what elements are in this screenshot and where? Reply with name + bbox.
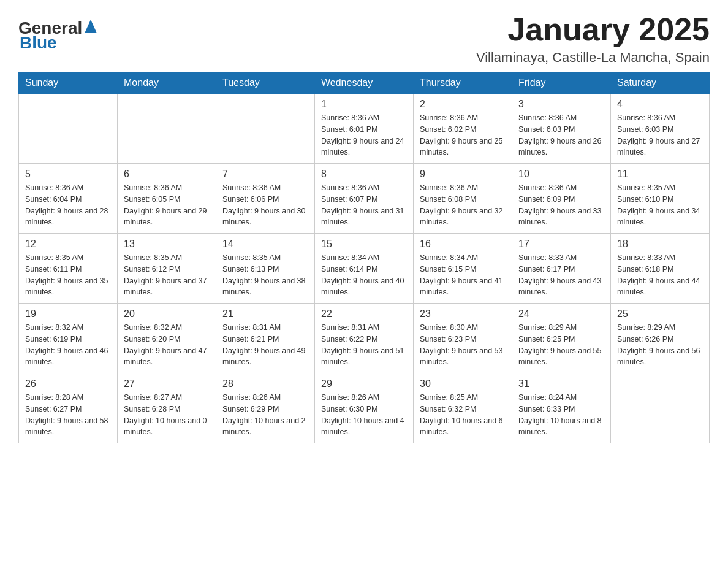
calendar-cell: 31Sunrise: 8:24 AMSunset: 6:33 PMDayligh…: [512, 373, 611, 443]
day-info: Sunrise: 8:35 AMSunset: 6:12 PMDaylight:…: [124, 252, 210, 298]
day-number: 22: [321, 308, 407, 320]
logo-blue-text: Blue: [20, 33, 57, 53]
title-area: January 2025 Villaminaya, Castille-La Ma…: [476, 12, 710, 66]
day-info: Sunrise: 8:29 AMSunset: 6:26 PMDaylight:…: [617, 322, 703, 368]
day-of-week-header: Monday: [118, 72, 216, 94]
calendar-cell: 20Sunrise: 8:32 AMSunset: 6:20 PMDayligh…: [118, 304, 216, 373]
logo-triangle-icon: [85, 20, 97, 36]
calendar-cell: 12Sunrise: 8:35 AMSunset: 6:11 PMDayligh…: [19, 234, 118, 304]
day-info: Sunrise: 8:30 AMSunset: 6:23 PMDaylight:…: [420, 322, 506, 368]
day-number: 9: [420, 169, 506, 180]
day-number: 11: [617, 169, 703, 180]
day-number: 6: [124, 169, 210, 180]
logo: General Blue: [18, 18, 97, 53]
calendar-cell: 30Sunrise: 8:25 AMSunset: 6:32 PMDayligh…: [414, 373, 512, 443]
day-number: 17: [518, 239, 604, 250]
month-title: January 2025: [476, 12, 710, 47]
day-info: Sunrise: 8:34 AMSunset: 6:14 PMDaylight:…: [321, 252, 407, 298]
calendar-cell: 21Sunrise: 8:31 AMSunset: 6:21 PMDayligh…: [216, 304, 315, 373]
day-info: Sunrise: 8:28 AMSunset: 6:27 PMDaylight:…: [25, 392, 111, 438]
day-of-week-header: Saturday: [611, 72, 710, 94]
calendar-week-row: 26Sunrise: 8:28 AMSunset: 6:27 PMDayligh…: [19, 373, 710, 443]
day-number: 31: [518, 378, 604, 389]
day-of-week-header: Tuesday: [216, 72, 315, 94]
day-number: 12: [25, 239, 111, 250]
day-number: 16: [420, 239, 506, 250]
calendar-cell: [611, 373, 710, 443]
day-info: Sunrise: 8:36 AMSunset: 6:04 PMDaylight:…: [25, 182, 111, 228]
calendar-cell: 18Sunrise: 8:33 AMSunset: 6:18 PMDayligh…: [611, 234, 710, 304]
calendar-cell: 5Sunrise: 8:36 AMSunset: 6:04 PMDaylight…: [19, 164, 118, 234]
day-info: Sunrise: 8:35 AMSunset: 6:13 PMDaylight:…: [222, 252, 308, 298]
days-of-week-row: SundayMondayTuesdayWednesdayThursdayFrid…: [19, 72, 710, 94]
calendar-cell: 6Sunrise: 8:36 AMSunset: 6:05 PMDaylight…: [118, 164, 216, 234]
day-number: 15: [321, 239, 407, 250]
calendar-cell: 27Sunrise: 8:27 AMSunset: 6:28 PMDayligh…: [118, 373, 216, 443]
day-info: Sunrise: 8:36 AMSunset: 6:01 PMDaylight:…: [321, 112, 407, 158]
day-number: 21: [222, 308, 308, 320]
day-info: Sunrise: 8:36 AMSunset: 6:05 PMDaylight:…: [124, 182, 210, 228]
day-info: Sunrise: 8:31 AMSunset: 6:22 PMDaylight:…: [321, 322, 407, 368]
day-number: 5: [25, 169, 111, 180]
day-info: Sunrise: 8:36 AMSunset: 6:02 PMDaylight:…: [420, 112, 506, 158]
calendar-week-row: 12Sunrise: 8:35 AMSunset: 6:11 PMDayligh…: [19, 234, 710, 304]
day-info: Sunrise: 8:25 AMSunset: 6:32 PMDaylight:…: [420, 392, 506, 438]
day-of-week-header: Wednesday: [315, 72, 414, 94]
calendar-cell: 4Sunrise: 8:36 AMSunset: 6:03 PMDaylight…: [611, 94, 710, 164]
day-info: Sunrise: 8:36 AMSunset: 6:03 PMDaylight:…: [617, 112, 703, 158]
day-info: Sunrise: 8:34 AMSunset: 6:15 PMDaylight:…: [420, 252, 506, 298]
calendar-table: SundayMondayTuesdayWednesdayThursdayFrid…: [18, 72, 710, 443]
day-number: 27: [124, 378, 210, 389]
calendar-cell: 15Sunrise: 8:34 AMSunset: 6:14 PMDayligh…: [315, 234, 414, 304]
day-info: Sunrise: 8:26 AMSunset: 6:29 PMDaylight:…: [222, 392, 308, 438]
day-number: 26: [25, 378, 111, 389]
calendar-cell: 7Sunrise: 8:36 AMSunset: 6:06 PMDaylight…: [216, 164, 315, 234]
day-info: Sunrise: 8:27 AMSunset: 6:28 PMDaylight:…: [124, 392, 210, 438]
day-number: 30: [420, 378, 506, 389]
location-title: Villaminaya, Castille-La Mancha, Spain: [476, 50, 710, 66]
day-info: Sunrise: 8:36 AMSunset: 6:06 PMDaylight:…: [222, 182, 308, 228]
calendar-cell: 26Sunrise: 8:28 AMSunset: 6:27 PMDayligh…: [19, 373, 118, 443]
day-number: 25: [617, 308, 703, 320]
day-number: 20: [124, 308, 210, 320]
day-number: 1: [321, 99, 407, 110]
day-number: 2: [420, 99, 506, 110]
day-info: Sunrise: 8:33 AMSunset: 6:17 PMDaylight:…: [518, 252, 604, 298]
day-info: Sunrise: 8:36 AMSunset: 6:07 PMDaylight:…: [321, 182, 407, 228]
day-number: 3: [518, 99, 604, 110]
calendar-cell: [118, 94, 216, 164]
day-number: 19: [25, 308, 111, 320]
day-info: Sunrise: 8:32 AMSunset: 6:20 PMDaylight:…: [124, 322, 210, 368]
day-number: 23: [420, 308, 506, 320]
calendar-cell: 9Sunrise: 8:36 AMSunset: 6:08 PMDaylight…: [414, 164, 512, 234]
day-of-week-header: Thursday: [414, 72, 512, 94]
calendar-cell: 3Sunrise: 8:36 AMSunset: 6:03 PMDaylight…: [512, 94, 611, 164]
calendar-cell: [216, 94, 315, 164]
header: General Blue January 2025 Villaminaya, C…: [18, 12, 710, 66]
calendar-cell: 19Sunrise: 8:32 AMSunset: 6:19 PMDayligh…: [19, 304, 118, 373]
day-info: Sunrise: 8:36 AMSunset: 6:08 PMDaylight:…: [420, 182, 506, 228]
calendar-cell: 14Sunrise: 8:35 AMSunset: 6:13 PMDayligh…: [216, 234, 315, 304]
day-info: Sunrise: 8:24 AMSunset: 6:33 PMDaylight:…: [518, 392, 604, 438]
calendar-cell: 2Sunrise: 8:36 AMSunset: 6:02 PMDaylight…: [414, 94, 512, 164]
day-number: 10: [518, 169, 604, 180]
day-number: 29: [321, 378, 407, 389]
calendar-cell: 17Sunrise: 8:33 AMSunset: 6:17 PMDayligh…: [512, 234, 611, 304]
day-info: Sunrise: 8:29 AMSunset: 6:25 PMDaylight:…: [518, 322, 604, 368]
day-number: 13: [124, 239, 210, 250]
calendar-week-row: 19Sunrise: 8:32 AMSunset: 6:19 PMDayligh…: [19, 304, 710, 373]
day-number: 18: [617, 239, 703, 250]
day-info: Sunrise: 8:33 AMSunset: 6:18 PMDaylight:…: [617, 252, 703, 298]
calendar-cell: 1Sunrise: 8:36 AMSunset: 6:01 PMDaylight…: [315, 94, 414, 164]
svg-marker-0: [85, 20, 97, 33]
calendar-cell: 24Sunrise: 8:29 AMSunset: 6:25 PMDayligh…: [512, 304, 611, 373]
calendar-cell: 23Sunrise: 8:30 AMSunset: 6:23 PMDayligh…: [414, 304, 512, 373]
calendar-cell: [19, 94, 118, 164]
calendar-cell: 28Sunrise: 8:26 AMSunset: 6:29 PMDayligh…: [216, 373, 315, 443]
day-info: Sunrise: 8:36 AMSunset: 6:09 PMDaylight:…: [518, 182, 604, 228]
calendar-week-row: 1Sunrise: 8:36 AMSunset: 6:01 PMDaylight…: [19, 94, 710, 164]
day-info: Sunrise: 8:35 AMSunset: 6:10 PMDaylight:…: [617, 182, 703, 228]
calendar-cell: 16Sunrise: 8:34 AMSunset: 6:15 PMDayligh…: [414, 234, 512, 304]
calendar-cell: 29Sunrise: 8:26 AMSunset: 6:30 PMDayligh…: [315, 373, 414, 443]
day-number: 28: [222, 378, 308, 389]
